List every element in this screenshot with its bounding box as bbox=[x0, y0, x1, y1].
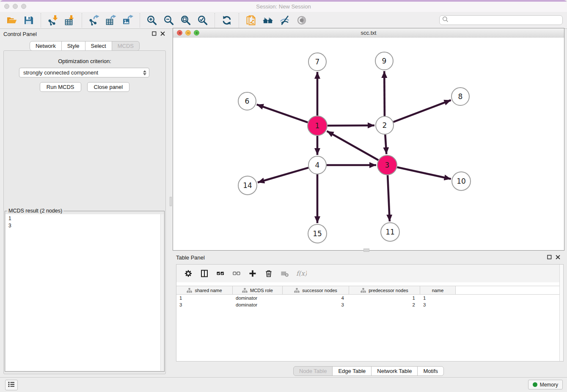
graph-edge-3-11[interactable] bbox=[388, 175, 390, 221]
table-cell[interactable]: dominator bbox=[233, 302, 283, 307]
app-titlebar: Session: New Session bbox=[0, 0, 567, 12]
zoom-out-icon[interactable] bbox=[162, 14, 176, 27]
tab-select[interactable]: Select bbox=[85, 41, 112, 51]
main-toolbar-icons bbox=[3, 13, 310, 28]
toolbar-separator bbox=[41, 13, 41, 28]
column-header-shared-name[interactable]: shared name bbox=[176, 286, 233, 294]
list-icon bbox=[8, 381, 15, 389]
task-history-button[interactable] bbox=[5, 380, 18, 390]
graph-node-label-6: 6 bbox=[245, 97, 250, 105]
open-session-icon[interactable] bbox=[5, 14, 19, 27]
graph-edge-3-1[interactable] bbox=[327, 131, 379, 160]
table-scrollbar[interactable] bbox=[559, 265, 563, 361]
table-cell[interactable]: 3 bbox=[176, 302, 233, 307]
float-panel-icon[interactable] bbox=[152, 31, 157, 36]
network-canvas[interactable]: 7968124314101511 bbox=[173, 38, 564, 250]
network-minimize-icon[interactable] bbox=[185, 30, 191, 36]
import-network-icon[interactable] bbox=[46, 14, 60, 27]
hide-selected-icon[interactable] bbox=[278, 14, 292, 27]
app-title: Session: New Session bbox=[0, 1, 567, 12]
tree-hierarchy-icon bbox=[294, 288, 300, 293]
network-maximize-icon[interactable] bbox=[194, 30, 199, 36]
delete-column-icon[interactable] bbox=[264, 268, 274, 279]
graph-node-label-8: 8 bbox=[458, 92, 463, 101]
tab-mcds[interactable]: MCDS bbox=[112, 41, 140, 51]
zoom-in-icon[interactable] bbox=[145, 14, 159, 27]
table-cell[interactable]: 2 bbox=[349, 302, 420, 307]
table-mode-icon[interactable] bbox=[183, 268, 193, 279]
tab-network[interactable]: Network bbox=[30, 41, 62, 51]
search-input[interactable] bbox=[449, 15, 562, 25]
column-label: MCDS role bbox=[250, 288, 273, 293]
tab-edge-table[interactable]: Edge Table bbox=[332, 366, 372, 376]
table-cell[interactable]: 4 bbox=[283, 295, 349, 301]
first-neighbors-icon[interactable] bbox=[261, 14, 275, 27]
column-header-name[interactable]: name bbox=[420, 286, 456, 294]
graph-edge-2-8[interactable] bbox=[394, 100, 451, 122]
save-session-icon[interactable] bbox=[22, 14, 36, 27]
run-mcds-button[interactable]: Run MCDS bbox=[40, 82, 81, 92]
svg-text:f(x): f(x) bbox=[296, 270, 307, 277]
tree-hierarchy-icon bbox=[361, 288, 366, 293]
memory-button[interactable]: Memory bbox=[528, 380, 563, 389]
table-cell[interactable]: 3 bbox=[283, 302, 349, 307]
toolbar-separator bbox=[82, 13, 82, 28]
mcds-result-line: 1 bbox=[8, 215, 160, 222]
graph-edge-1-2[interactable] bbox=[328, 125, 374, 126]
column-header-MCDS-role[interactable]: MCDS role bbox=[233, 286, 283, 294]
mcds-result-textarea[interactable]: 13 bbox=[6, 214, 164, 371]
horizontal-splitter-grip[interactable] bbox=[363, 248, 369, 252]
export-table-icon[interactable] bbox=[104, 14, 118, 27]
result-scrollbar[interactable] bbox=[160, 214, 164, 371]
apply-layout-icon[interactable] bbox=[220, 14, 234, 27]
vertical-splitter[interactable] bbox=[169, 29, 173, 378]
table-cell[interactable]: 3 bbox=[420, 302, 456, 307]
column-label: name bbox=[432, 288, 444, 293]
graph-node-label-9: 9 bbox=[382, 57, 387, 65]
new-network-from-selection-icon[interactable] bbox=[244, 14, 258, 27]
graph-edge-2-9[interactable] bbox=[384, 71, 385, 116]
node-table-container: f(x) shared nameMCDS rolesuccessor nodes… bbox=[176, 264, 564, 362]
column-header-predecessor-nodes[interactable]: predecessor nodes bbox=[349, 286, 420, 294]
mcds-result-title: MCDS result (2 nodes) bbox=[7, 208, 63, 214]
splitter-grip[interactable] bbox=[170, 197, 172, 206]
show-all-columns-icon[interactable] bbox=[215, 268, 226, 279]
float-table-panel-icon[interactable] bbox=[547, 255, 552, 259]
network-close-icon[interactable] bbox=[177, 30, 182, 36]
graph-edge-2-3[interactable] bbox=[385, 135, 386, 154]
graph-node-label-2: 2 bbox=[383, 121, 387, 130]
toggle-panel-icon[interactable] bbox=[199, 268, 209, 279]
export-image-icon[interactable] bbox=[121, 14, 135, 27]
network-graph: 7968124314101511 bbox=[173, 38, 564, 250]
search-field[interactable] bbox=[439, 15, 563, 25]
column-header-successor-nodes[interactable]: successor nodes bbox=[283, 286, 349, 294]
import-table-icon[interactable] bbox=[63, 14, 77, 27]
tab-network-table[interactable]: Network Table bbox=[371, 366, 418, 376]
tab-node-table[interactable]: Node Table bbox=[293, 366, 333, 376]
graph-edge-3-10[interactable] bbox=[397, 167, 451, 179]
table-row[interactable]: 3dominator323 bbox=[176, 301, 563, 308]
close-panel-icon[interactable] bbox=[160, 31, 165, 36]
network-window-titlebar[interactable]: scc.txt bbox=[173, 28, 564, 38]
tab-style[interactable]: Style bbox=[61, 41, 85, 51]
control-panel-tabs: NetworkStyleSelectMCDS bbox=[0, 41, 169, 51]
close-table-panel-icon[interactable] bbox=[556, 255, 560, 259]
zoom-selected-icon[interactable] bbox=[196, 14, 209, 27]
table-cell[interactable]: dominator bbox=[233, 295, 283, 301]
close-panel-button[interactable]: Close panel bbox=[87, 82, 130, 92]
toolbar-separator bbox=[215, 13, 215, 28]
table-row[interactable]: 1dominator411 bbox=[176, 295, 563, 301]
search-icon bbox=[442, 16, 449, 24]
function-builder-icon: f(x) bbox=[296, 268, 307, 279]
table-cell[interactable]: 1 bbox=[349, 295, 420, 301]
table-cell[interactable]: 1 bbox=[176, 295, 233, 301]
add-column-icon[interactable] bbox=[248, 268, 258, 279]
export-network-icon[interactable] bbox=[87, 14, 101, 27]
graph-edge-4-14[interactable] bbox=[258, 168, 308, 182]
hide-all-columns-icon[interactable] bbox=[231, 268, 242, 279]
zoom-fit-icon[interactable] bbox=[179, 14, 193, 27]
table-cell[interactable]: 1 bbox=[420, 295, 456, 301]
graph-edge-1-6[interactable] bbox=[257, 105, 308, 122]
criterion-select[interactable]: strongly connected component bbox=[19, 68, 149, 77]
tab-motifs[interactable]: Motifs bbox=[417, 366, 444, 376]
